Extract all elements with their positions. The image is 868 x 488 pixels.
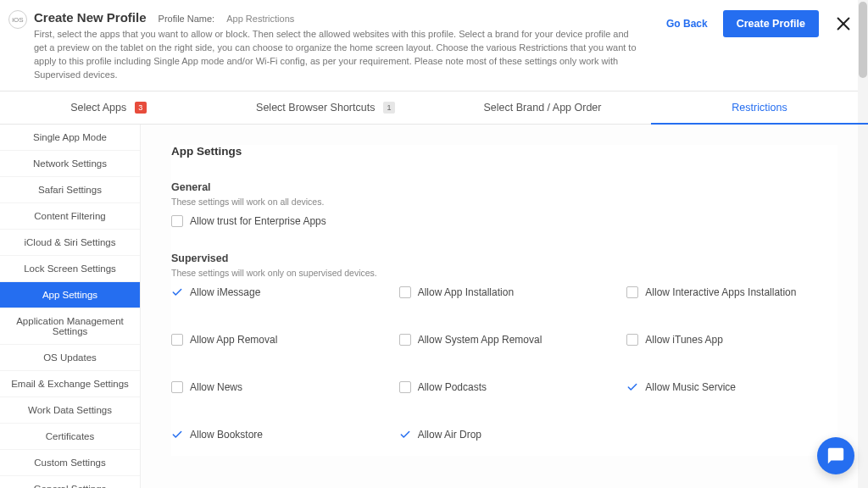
checkbox-row[interactable]: Allow iMessage xyxy=(171,286,382,298)
checkbox-checked-icon[interactable] xyxy=(171,429,183,441)
chat-button[interactable] xyxy=(817,437,854,474)
tab-label: Select Brand / App Order xyxy=(484,102,602,114)
checkbox-checked-icon[interactable] xyxy=(626,381,638,393)
group-subtitle-supervised: These settings will work only on supervi… xyxy=(171,268,837,278)
checkbox-row[interactable]: Allow App Installation xyxy=(399,286,610,298)
scrollbar-track[interactable] xyxy=(858,0,868,488)
tab-label: Select Browser Shortcuts xyxy=(256,102,375,114)
checkbox-row[interactable]: Allow Music Service xyxy=(626,381,837,393)
page-description: First, select the apps that you want to … xyxy=(34,28,644,82)
sidebar-item-label: Email & Exchange Settings xyxy=(11,379,129,389)
sidebar-item-label: Certificates xyxy=(46,431,95,441)
sidebar-item-label: Safari Settings xyxy=(38,185,102,195)
checkbox-row[interactable]: Allow iTunes App xyxy=(626,334,837,346)
tab-select-brand[interactable]: Select Brand / App Order xyxy=(434,92,651,125)
checkbox-icon[interactable] xyxy=(626,286,638,298)
tab-select-browser-shortcuts[interactable]: Select Browser Shortcuts 1 xyxy=(217,92,434,125)
sidebar-item[interactable]: Certificates xyxy=(0,424,140,450)
checkbox-icon[interactable] xyxy=(171,381,183,393)
sidebar-item[interactable]: OS Updates xyxy=(0,345,140,371)
checkbox-label: Allow App Installation xyxy=(418,286,514,298)
sidebar-item[interactable]: Network Settings xyxy=(0,151,140,177)
scrollbar-thumb[interactable] xyxy=(859,2,867,78)
checkbox-row[interactable]: Allow Bookstore xyxy=(171,429,382,441)
checkbox-row[interactable]: Allow trust for Enterprise Apps xyxy=(171,215,837,227)
checkbox-icon[interactable] xyxy=(399,381,411,393)
sidebar-item-label: OS Updates xyxy=(43,352,97,363)
sidebar-item-label: Content Filtering xyxy=(34,211,105,221)
sidebar-item[interactable]: Single App Mode xyxy=(0,125,140,151)
sidebar-item-label: iCloud & Siri Settings xyxy=(24,237,115,247)
checkbox-label: Allow System App Removal xyxy=(418,334,542,346)
go-back-link[interactable]: Go Back xyxy=(666,18,708,30)
sidebar-item-label: Application Management Settings xyxy=(16,316,124,336)
checkbox-row[interactable]: Allow Podcasts xyxy=(399,381,610,393)
checkbox-label: Allow Air Drop xyxy=(418,429,481,441)
group-title-general: General xyxy=(171,181,837,193)
checkbox-label: Allow iTunes App xyxy=(645,334,723,346)
sidebar-item[interactable]: App Settings xyxy=(0,282,140,308)
sidebar-item-label: General Settings xyxy=(34,484,107,488)
platform-badge: iOS xyxy=(8,10,27,29)
sidebar-item[interactable]: General Settings xyxy=(0,476,140,488)
tab-badge: 1 xyxy=(383,102,395,114)
sidebar-item[interactable]: Safari Settings xyxy=(0,177,140,203)
checkbox-label: Allow Podcasts xyxy=(418,381,487,393)
tab-restrictions[interactable]: Restrictions xyxy=(651,92,868,125)
sidebar-item[interactable]: iCloud & Siri Settings xyxy=(0,230,140,256)
sidebar-item[interactable]: Lock Screen Settings xyxy=(0,256,140,282)
checkbox-label: Allow Interactive Apps Installation xyxy=(645,286,796,298)
checkbox-label: Allow News xyxy=(190,381,242,393)
tab-bar: Select Apps 3 Select Browser Shortcuts 1… xyxy=(0,92,868,125)
checkbox-icon[interactable] xyxy=(171,215,183,227)
tab-label: Select Apps xyxy=(70,102,126,114)
sidebar-item-label: Custom Settings xyxy=(34,458,105,468)
checkbox-label: Allow iMessage xyxy=(190,286,260,298)
page-title: Create New Profile xyxy=(34,10,147,25)
content-area: App Settings General These settings will… xyxy=(141,125,868,488)
tab-select-apps[interactable]: Select Apps 3 xyxy=(0,92,217,125)
checkbox-label: Allow Bookstore xyxy=(190,429,263,441)
tab-label: Restrictions xyxy=(732,102,787,114)
profile-name-label: Profile Name: xyxy=(159,14,215,24)
sidebar-item-label: Lock Screen Settings xyxy=(24,263,116,274)
checkbox-row[interactable]: Allow Air Drop xyxy=(399,429,610,441)
checkbox-icon[interactable] xyxy=(626,334,638,346)
checkbox-label: Allow App Removal xyxy=(190,334,277,346)
checkbox-checked-icon[interactable] xyxy=(171,286,183,298)
sidebar-item-label: Work Data Settings xyxy=(28,405,112,415)
checkbox-label: Allow trust for Enterprise Apps xyxy=(190,215,326,227)
create-profile-button[interactable]: Create Profile xyxy=(723,10,819,37)
sidebar-item-label: Single App Mode xyxy=(33,132,107,142)
checkbox-row[interactable]: Allow News xyxy=(171,381,382,393)
checkbox-row[interactable]: Allow Interactive Apps Installation xyxy=(626,286,837,298)
sidebar-item[interactable]: Work Data Settings xyxy=(0,397,140,424)
checkbox-icon[interactable] xyxy=(399,334,411,346)
section-title: App Settings xyxy=(171,145,837,158)
sidebar: Single App ModeNetwork SettingsSafari Se… xyxy=(0,125,141,488)
checkbox-row[interactable]: Allow System App Removal xyxy=(399,334,610,346)
checkbox-icon[interactable] xyxy=(399,286,411,298)
checkbox-icon[interactable] xyxy=(171,334,183,346)
sidebar-item[interactable]: Content Filtering xyxy=(0,203,140,230)
sidebar-item[interactable]: Email & Exchange Settings xyxy=(0,371,140,397)
sidebar-item-label: App Settings xyxy=(42,290,97,300)
checkbox-checked-icon[interactable] xyxy=(399,429,411,441)
sidebar-item[interactable]: Custom Settings xyxy=(0,450,140,476)
checkbox-row[interactable]: Allow App Removal xyxy=(171,334,382,346)
tab-badge: 3 xyxy=(135,102,147,114)
group-subtitle-general: These settings will work on all devices. xyxy=(171,197,837,207)
checkbox-label: Allow Music Service xyxy=(645,381,736,393)
group-title-supervised: Supervised xyxy=(171,252,837,264)
header: iOS Create New Profile Profile Name: App… xyxy=(0,0,868,92)
close-icon[interactable] xyxy=(834,14,853,33)
sidebar-item-label: Network Settings xyxy=(33,158,107,169)
sidebar-item[interactable]: Application Management Settings xyxy=(0,308,140,345)
profile-name-value: App Restrictions xyxy=(226,14,294,24)
